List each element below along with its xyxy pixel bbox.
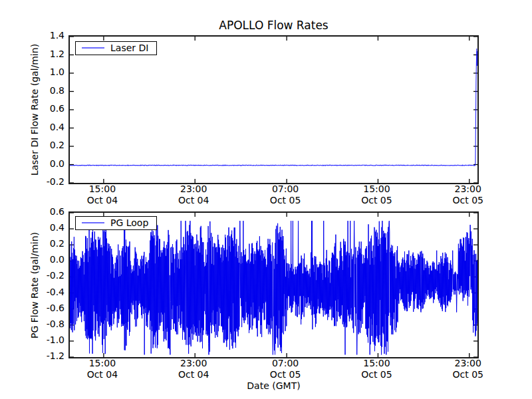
y-tick-label: 1.0: [30, 66, 65, 78]
x-tick-date: Oct 04: [68, 195, 137, 206]
y-tick-label: -0.6: [30, 302, 65, 314]
top-legend-label: Laser DI: [110, 43, 148, 53]
y-tick-label: -1.2: [30, 350, 65, 362]
y-tick-label: -0.8: [30, 318, 65, 330]
x-tick-date: Oct 04: [159, 195, 228, 206]
y-tick-label: 1.2: [30, 48, 65, 60]
y-tick-label: -0.4: [30, 286, 65, 298]
x-tick-time: 15:00: [342, 358, 411, 369]
x-tick-time: 15:00: [68, 358, 137, 369]
x-tick-label: 23:00Oct 05: [434, 184, 503, 206]
x-tick-time: 15:00: [342, 184, 411, 195]
x-tick-date: Oct 05: [251, 195, 320, 206]
legend-line-icon: [82, 222, 104, 223]
x-tick-date: Oct 05: [251, 369, 320, 380]
legend-line-icon: [82, 47, 104, 49]
x-tick-date: Oct 04: [159, 369, 228, 380]
y-tick-label: 0.2: [30, 139, 65, 151]
x-tick-label: 15:00Oct 04: [68, 358, 137, 380]
y-tick-label: 0.4: [30, 221, 65, 233]
x-tick-label: 07:00Oct 05: [251, 184, 320, 206]
x-tick-label: 23:00Oct 04: [159, 358, 228, 380]
chart-title: APOLLO Flow Rates: [68, 19, 479, 32]
top-legend: Laser DI: [75, 41, 157, 55]
pg-loop-plot-canvas: [70, 213, 477, 357]
y-tick-label: -1.0: [30, 334, 65, 346]
x-tick-date: Oct 04: [68, 369, 137, 380]
y-tick-label: -0.2: [30, 269, 65, 281]
x-axis-label: Date (GMT): [68, 380, 479, 391]
top-plot-area: Laser DI: [68, 35, 479, 184]
x-tick-date: Oct 05: [342, 195, 411, 206]
x-tick-date: Oct 05: [434, 195, 503, 206]
laser-di-plot-canvas: [70, 37, 477, 183]
x-tick-time: 23:00: [159, 358, 228, 369]
bottom-legend-label: PG Loop: [110, 217, 148, 228]
x-tick-time: 23:00: [159, 184, 228, 195]
x-tick-label: 15:00Oct 05: [342, 184, 411, 206]
x-tick-label: 07:00Oct 05: [251, 358, 320, 380]
y-tick-label: 0.0: [30, 158, 65, 170]
bottom-plot-area: PG Loop: [68, 211, 479, 358]
y-tick-label: 0.6: [30, 102, 65, 114]
x-tick-label: 15:00Oct 05: [342, 358, 411, 380]
y-tick-label: -0.2: [30, 176, 65, 188]
x-tick-time: 23:00: [434, 358, 503, 369]
x-tick-label: 23:00Oct 04: [159, 184, 228, 206]
x-tick-date: Oct 05: [342, 369, 411, 380]
x-tick-date: Oct 05: [434, 369, 503, 380]
y-tick-label: 0.8: [30, 84, 65, 96]
y-tick-label: 0.6: [30, 205, 65, 217]
x-tick-time: 15:00: [68, 184, 137, 195]
x-tick-time: 07:00: [251, 358, 320, 369]
figure: APOLLO Flow Rates Laser DI Flow Rate (ga…: [0, 0, 532, 399]
laser-di-series-line: [70, 49, 477, 166]
pg-loop-series-line: [70, 221, 477, 354]
x-tick-time: 07:00: [251, 184, 320, 195]
y-tick-label: 0.4: [30, 121, 65, 133]
y-tick-label: 0.0: [30, 253, 65, 265]
bottom-legend: PG Loop: [75, 216, 157, 230]
x-tick-label: 23:00Oct 05: [434, 358, 503, 380]
x-tick-time: 23:00: [434, 184, 503, 195]
y-tick-label: 1.4: [30, 29, 65, 41]
x-tick-label: 15:00Oct 04: [68, 184, 137, 206]
y-tick-label: 0.2: [30, 237, 65, 249]
